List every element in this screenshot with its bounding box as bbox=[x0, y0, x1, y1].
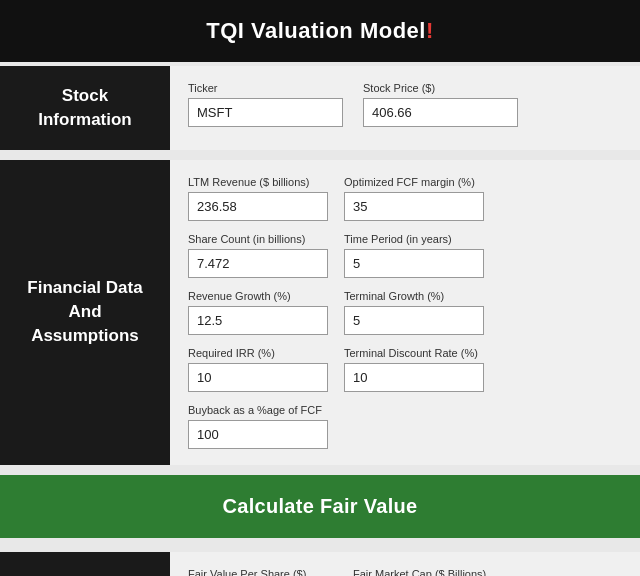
stock-information-section: StockInformation Ticker Stock Price ($) bbox=[0, 62, 640, 150]
terminal-growth-group: Terminal Growth (%) bbox=[344, 290, 484, 335]
fcf-margin-group: Optimized FCF margin (%) bbox=[344, 176, 484, 221]
terminal-discount-label: Terminal Discount Rate (%) bbox=[344, 347, 484, 359]
fair-value-content: Fair Value Per Share ($) Fair Market Cap… bbox=[170, 552, 640, 576]
financial-data-content: LTM Revenue ($ billions) Optimized FCF m… bbox=[170, 160, 640, 465]
ltm-revenue-label: LTM Revenue ($ billions) bbox=[188, 176, 328, 188]
share-count-input[interactable] bbox=[188, 249, 328, 278]
terminal-discount-group: Terminal Discount Rate (%) bbox=[344, 347, 484, 392]
header-title: TQI Valuation Model! bbox=[206, 18, 434, 43]
terminal-growth-input[interactable] bbox=[344, 306, 484, 335]
required-irr-group: Required IRR (%) bbox=[188, 347, 328, 392]
fair-value-per-share-group: Fair Value Per Share ($) bbox=[188, 568, 333, 576]
stock-price-label: Stock Price ($) bbox=[363, 82, 518, 94]
buyback-pct-label: Buyback as a %age of FCF bbox=[188, 404, 328, 416]
share-count-group: Share Count (in billions) bbox=[188, 233, 328, 278]
ticker-field-group: Ticker bbox=[188, 82, 343, 127]
fair-value-label: EstimatedFair Value bbox=[0, 552, 170, 576]
ticker-label: Ticker bbox=[188, 82, 343, 94]
financial-data-label: Financial DataAndAssumptions bbox=[0, 160, 170, 465]
buyback-pct-group: Buyback as a %age of FCF bbox=[188, 404, 328, 449]
time-period-label: Time Period (in years) bbox=[344, 233, 484, 245]
revenue-growth-group: Revenue Growth (%) bbox=[188, 290, 328, 335]
terminal-discount-input[interactable] bbox=[344, 363, 484, 392]
financial-data-section: Financial DataAndAssumptions LTM Revenue… bbox=[0, 156, 640, 465]
fair-value-section: EstimatedFair Value Fair Value Per Share… bbox=[0, 548, 640, 576]
revenue-growth-label: Revenue Growth (%) bbox=[188, 290, 328, 302]
revenue-growth-input[interactable] bbox=[188, 306, 328, 335]
time-period-group: Time Period (in years) bbox=[344, 233, 484, 278]
app-header: TQI Valuation Model! bbox=[0, 0, 640, 62]
stock-price-input[interactable] bbox=[363, 98, 518, 127]
required-irr-label: Required IRR (%) bbox=[188, 347, 328, 359]
ltm-revenue-group: LTM Revenue ($ billions) bbox=[188, 176, 328, 221]
calculate-fair-value-button[interactable]: Calculate Fair Value bbox=[0, 475, 640, 538]
stock-information-content: Ticker Stock Price ($) bbox=[170, 66, 640, 150]
fair-market-cap-group: Fair Market Cap ($ Billions) bbox=[353, 568, 498, 576]
fair-market-cap-label: Fair Market Cap ($ Billions) bbox=[353, 568, 498, 576]
time-period-input[interactable] bbox=[344, 249, 484, 278]
divider-2 bbox=[0, 465, 640, 471]
terminal-growth-label: Terminal Growth (%) bbox=[344, 290, 484, 302]
header-red-char: ! bbox=[426, 18, 434, 43]
fcf-margin-label: Optimized FCF margin (%) bbox=[344, 176, 484, 188]
fair-value-per-share-label: Fair Value Per Share ($) bbox=[188, 568, 333, 576]
stock-information-label: StockInformation bbox=[0, 66, 170, 150]
ltm-revenue-input[interactable] bbox=[188, 192, 328, 221]
share-count-label: Share Count (in billions) bbox=[188, 233, 328, 245]
stock-price-field-group: Stock Price ($) bbox=[363, 82, 518, 127]
buyback-pct-input[interactable] bbox=[188, 420, 328, 449]
fcf-margin-input[interactable] bbox=[344, 192, 484, 221]
required-irr-input[interactable] bbox=[188, 363, 328, 392]
ticker-input[interactable] bbox=[188, 98, 343, 127]
